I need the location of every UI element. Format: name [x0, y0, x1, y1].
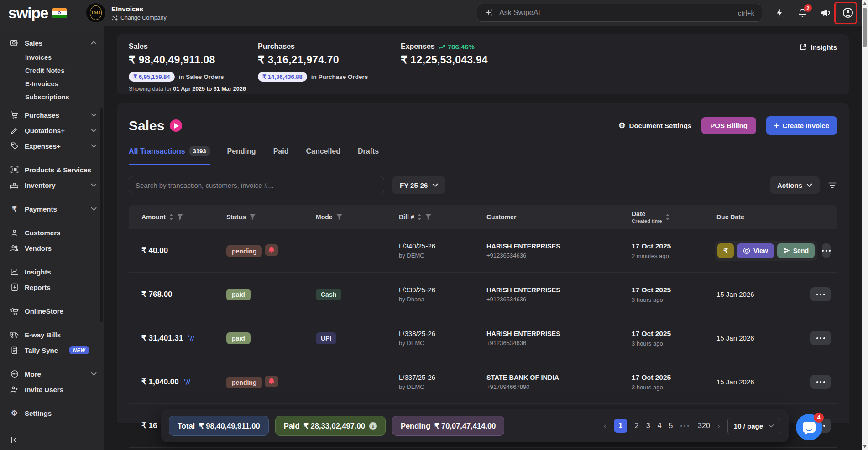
company-name: EInvoices: [111, 5, 167, 13]
sidebar-item-eway-bills[interactable]: E-way Bills: [10, 327, 104, 342]
customer-name[interactable]: STATE BANK OF INDIA: [486, 374, 631, 381]
sidebar-item-purchases[interactable]: Purchases: [10, 107, 104, 123]
sidebar-item-sales[interactable]: Sales: [10, 35, 104, 51]
sidebar-item-quotations[interactable]: Quotations+: [10, 123, 104, 138]
row-more-button[interactable]: [822, 243, 831, 258]
row-more-button[interactable]: [810, 287, 831, 301]
tab-cancelled[interactable]: Cancelled: [306, 146, 340, 165]
user-avatar-icon[interactable]: [842, 7, 853, 18]
sort-icon[interactable]: [665, 214, 670, 220]
row-date-ago: 3 hours ago: [632, 384, 716, 391]
sidebar-item-customers[interactable]: Customers: [10, 225, 104, 240]
sidebar-item-vendors[interactable]: Vendors: [10, 240, 104, 256]
page-5-button[interactable]: 5: [669, 422, 673, 430]
sidebar-label: Reports: [25, 284, 51, 291]
sidebar-item-credit-notes[interactable]: Credit Notes: [10, 64, 104, 77]
record-payment-button[interactable]: ₹: [717, 243, 734, 258]
payment-reminder-bell-icon[interactable]: [265, 244, 278, 256]
sidebar-item-e-invoices[interactable]: E-Invoices: [10, 77, 104, 90]
sidebar-item-tally-sync[interactable]: Tally Sync NEW: [10, 342, 104, 358]
sidebar-label: Settings: [25, 409, 52, 417]
table-row[interactable]: ₹ 1,040.00 pending L/337/25-26 by DEMO S…: [129, 360, 837, 404]
filter-funnel-icon[interactable]: [336, 214, 343, 220]
page-1-button[interactable]: 1: [614, 419, 627, 433]
next-page-button[interactable]: ›: [717, 421, 720, 431]
scroll-up-arrow[interactable]: [863, 2, 867, 5]
sidebar-scrollbar-thumb[interactable]: [100, 108, 103, 322]
sidebar-item-subscriptions[interactable]: Subscriptions: [10, 90, 104, 103]
plus-icon: +: [774, 121, 779, 130]
customer-name[interactable]: HARISH ENTERPRISES: [486, 286, 631, 294]
pos-billing-button[interactable]: POS Billing: [701, 117, 756, 134]
tab-paid[interactable]: Paid: [273, 146, 289, 165]
sort-icon[interactable]: [169, 214, 173, 220]
transaction-search-input[interactable]: [129, 176, 384, 194]
chevron-down-icon: [91, 129, 97, 132]
tutorial-play-button[interactable]: [170, 119, 182, 132]
quick-actions-bolt-icon[interactable]: [774, 7, 785, 18]
bill-number[interactable]: L/337/25-26: [399, 373, 486, 381]
info-icon[interactable]: i: [369, 422, 377, 430]
row-more-button[interactable]: [810, 375, 831, 389]
announcements-megaphone-icon[interactable]: [820, 7, 831, 18]
bill-number[interactable]: L/340/25-26: [399, 242, 486, 250]
sidebar-item-inventory[interactable]: Inventory: [10, 177, 104, 193]
sidebar-item-onlinestore[interactable]: OnlineStore: [10, 303, 104, 319]
filter-funnel-icon[interactable]: [249, 214, 256, 220]
sidebar-item-insights[interactable]: Insights: [10, 264, 104, 279]
expenses-stat-value: ₹ 12,25,53,043.94: [401, 54, 556, 66]
scrollbar-thumb[interactable]: [863, 8, 867, 47]
page-scrollbar[interactable]: [862, 0, 868, 450]
sort-icon[interactable]: [417, 214, 422, 220]
tab-pending[interactable]: Pending: [227, 146, 256, 165]
company-switcher[interactable]: LMJ EInvoices Change Company: [86, 3, 167, 23]
actions-dropdown[interactable]: Actions: [770, 176, 820, 194]
table-row[interactable]: ₹ 40.00 pending L/340/25-26 by DEMO HARI…: [129, 229, 837, 273]
tab-all-transactions[interactable]: All Transactions 3193: [129, 146, 210, 165]
page-2-button[interactable]: 2: [635, 422, 639, 430]
change-company-label[interactable]: Change Company: [120, 15, 167, 21]
scroll-down-arrow[interactable]: [863, 445, 867, 448]
table-row[interactable]: ₹ 768.00 paid Cash L/339/25-26 by Dhana …: [129, 273, 837, 316]
page-4-button[interactable]: 4: [658, 422, 662, 430]
payment-reminder-bell-icon[interactable]: [265, 376, 278, 387]
column-filter-sliders-icon[interactable]: [828, 181, 837, 189]
customer-name[interactable]: HARISH ENTERPRISES: [486, 243, 631, 250]
filter-funnel-icon[interactable]: [177, 214, 183, 220]
sidebar-item-products-services[interactable]: Products & Services: [10, 162, 104, 177]
page-3-button[interactable]: 3: [646, 422, 650, 430]
fiscal-year-dropdown[interactable]: FY 25-26: [392, 176, 445, 194]
pending-label: Pending: [401, 422, 430, 430]
sidebar-item-settings[interactable]: ⚙ Settings: [10, 405, 104, 421]
view-button[interactable]: View: [737, 243, 774, 258]
page-size-dropdown[interactable]: 10 / page: [727, 418, 780, 434]
notifications-bell-icon[interactable]: 2: [797, 7, 808, 18]
row-more-button[interactable]: [810, 331, 831, 345]
sidebar-item-more[interactable]: More: [10, 366, 104, 382]
bill-number[interactable]: L/338/25-26: [399, 330, 486, 337]
sidebar-item-payments[interactable]: ₹ Payments: [10, 201, 104, 217]
swipe-logo[interactable]: swipe: [8, 4, 48, 22]
ask-swipeai-search[interactable]: Ask SwipeAI ctrl+k: [477, 4, 762, 22]
support-chat-button[interactable]: 4: [796, 414, 822, 440]
sidebar-item-invoices[interactable]: Invoices: [10, 51, 104, 64]
sidebar-collapse-button[interactable]: [10, 434, 104, 446]
sidebar-item-invite-users[interactable]: Invite Users: [10, 382, 104, 397]
filter-funnel-icon[interactable]: [425, 214, 432, 220]
page-ellipsis[interactable]: •••: [680, 423, 690, 429]
table-row[interactable]: ₹ 31,401.31 paid UPI L/338/25-26 by DEMO…: [129, 316, 837, 360]
sidebar-item-expenses[interactable]: Expenses+: [10, 138, 104, 154]
send-button[interactable]: Send: [777, 243, 815, 258]
tab-drafts[interactable]: Drafts: [358, 146, 379, 165]
india-flag-icon: [52, 8, 67, 18]
prev-page-button[interactable]: ‹: [604, 421, 607, 431]
bill-number[interactable]: L/339/25-26: [399, 286, 486, 294]
status-badge: pending: [226, 377, 262, 388]
page-last-button[interactable]: 320: [698, 422, 710, 430]
create-invoice-button[interactable]: + Create Invoice: [766, 116, 837, 135]
sidebar-item-reports[interactable]: Reports: [10, 279, 104, 295]
insights-link[interactable]: Insights: [800, 43, 837, 51]
document-settings-button[interactable]: ⚙ Document Settings: [618, 121, 691, 130]
amount-cell: ₹ 31,401.31: [141, 333, 183, 343]
customer-name[interactable]: HARISH ENTERPRISES: [486, 330, 631, 337]
